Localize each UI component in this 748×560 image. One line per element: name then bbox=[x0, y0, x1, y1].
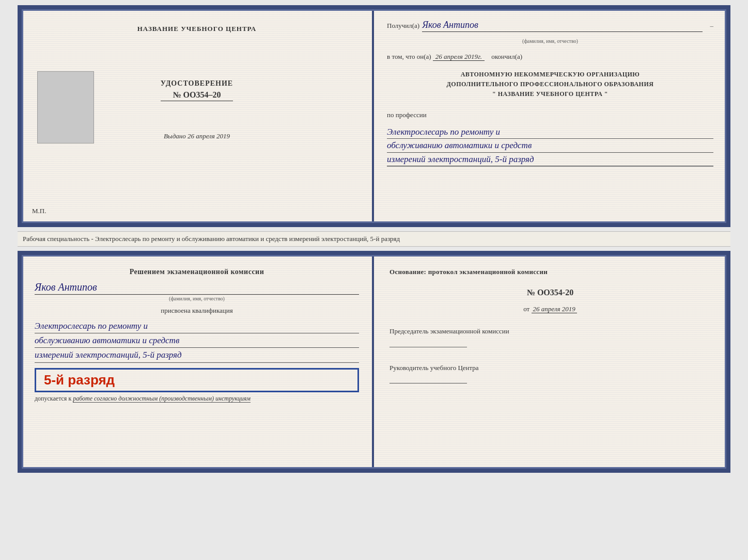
allowed-prefix: допускается к bbox=[35, 395, 71, 402]
date-prefix-bottom: от bbox=[523, 305, 529, 313]
org-line1: АВТОНОМНУЮ НЕКОММЕРЧЕСКУЮ ОРГАНИЗАЦИЮ bbox=[387, 70, 713, 79]
top-left-page: НАЗВАНИЕ УЧЕБНОГО ЦЕНТРА УДОСТОВЕРЕНИЕ №… bbox=[22, 9, 374, 223]
date-line-top: в том, что он(а) 26 апреля 2019г. окончи… bbox=[387, 53, 713, 61]
separator-label: Рабочая специальность - Электрослесарь п… bbox=[18, 231, 730, 247]
top-right-page: Получил(а) Яков Антипов – (фамилия, имя,… bbox=[374, 9, 726, 223]
profession-line2: обслуживанию автоматики и средств bbox=[387, 139, 713, 153]
profession-line1: Электрослесарь по ремонту и bbox=[387, 125, 713, 139]
edu-head: Руководитель учебного Центра bbox=[389, 363, 711, 384]
cert-number: № OO354–20 bbox=[161, 90, 233, 101]
mp-label: М.П. bbox=[32, 207, 46, 215]
photo-placeholder bbox=[37, 71, 94, 143]
person-name-bottom: Яков Антипов bbox=[35, 281, 359, 295]
top-left-header: НАЗВАНИЕ УЧЕБНОГО ЦЕНТРА bbox=[137, 25, 257, 33]
cert-title: УДОСТОВЕРЕНИЕ bbox=[161, 79, 233, 88]
recipient-prefix: Получил(а) bbox=[387, 22, 419, 30]
date-prefix-top: в том, что он(а) bbox=[387, 53, 431, 60]
basis-title: Основание: протокол экзаменационной коми… bbox=[389, 268, 711, 276]
date-suffix-top: окончил(а) bbox=[491, 53, 522, 60]
org-line2: ДОПОЛНИТЕЛЬНОГО ПРОФЕССИОНАЛЬНОГО ОБРАЗО… bbox=[387, 79, 713, 89]
rank-badge: 5-й разряд bbox=[35, 368, 359, 392]
date-value-top: 26 апреля 2019г. bbox=[433, 53, 485, 61]
profession-text: Электрослесарь по ремонту и обслуживанию… bbox=[387, 125, 713, 167]
org-block: АВТОНОМНУЮ НЕКОММЕРЧЕСКУЮ ОРГАНИЗАЦИЮ ДО… bbox=[387, 70, 713, 100]
date-value-bottom: 26 апреля 2019 bbox=[532, 305, 577, 313]
issued-line: Выдано 26 апреля 2019 bbox=[164, 132, 230, 140]
allowed-text: работе согласно должностным (производств… bbox=[73, 395, 251, 403]
protocol-number: № OO354-20 bbox=[389, 288, 711, 297]
qual-line2: обслуживанию автоматики и средств bbox=[35, 333, 359, 348]
issued-date: 26 апреля 2019 bbox=[188, 132, 230, 140]
qual-line1: Электрослесарь по ремонту и bbox=[35, 319, 359, 333]
fio-label-bottom: (фамилия, имя, отчество) bbox=[35, 296, 359, 301]
allowed-line: допускается к работе согласно должностны… bbox=[35, 395, 359, 403]
profession-label-top: по профессии bbox=[387, 111, 713, 119]
qual-line3: измерений электростанций, 5-й разряд bbox=[35, 348, 359, 362]
commission-chair: Председатель экзаменационной комиссии bbox=[389, 326, 711, 347]
protocol-date: от 26 апреля 2019 bbox=[389, 305, 711, 313]
issued-label: Выдано bbox=[164, 132, 186, 140]
bottom-document: Решением экзаменационной комиссии Яков А… bbox=[18, 251, 730, 473]
bottom-right-page: Основание: протокол экзаменационной коми… bbox=[374, 255, 726, 469]
recipient-name: Яков Антипов bbox=[422, 20, 702, 32]
head-title: Руководитель учебного Центра bbox=[389, 364, 479, 372]
fio-label-top: (фамилия, имя, отчество) bbox=[387, 38, 713, 44]
top-document: НАЗВАНИЕ УЧЕБНОГО ЦЕНТРА УДОСТОВЕРЕНИЕ №… bbox=[18, 5, 730, 227]
recipient-line: Получил(а) Яков Антипов – bbox=[387, 20, 713, 32]
bottom-left-page: Решением экзаменационной комиссии Яков А… bbox=[22, 255, 374, 469]
chair-title: Председатель экзаменационной комиссии bbox=[389, 327, 509, 335]
chair-signature-line bbox=[389, 347, 467, 347]
qualification-text: Электрослесарь по ремонту и обслуживанию… bbox=[35, 319, 359, 363]
cert-title-block: УДОСТОВЕРЕНИЕ № OO354–20 bbox=[161, 79, 233, 101]
qualification-label: присвоена квалификация bbox=[35, 307, 359, 315]
profession-line3: измерений электростанций, 5-й разряд bbox=[387, 153, 713, 167]
head-signature-line bbox=[389, 383, 467, 383]
decision-title: Решением экзаменационной комиссии bbox=[35, 268, 359, 276]
org-line3: " НАЗВАНИЕ УЧЕБНОГО ЦЕНТРА " bbox=[387, 89, 713, 99]
